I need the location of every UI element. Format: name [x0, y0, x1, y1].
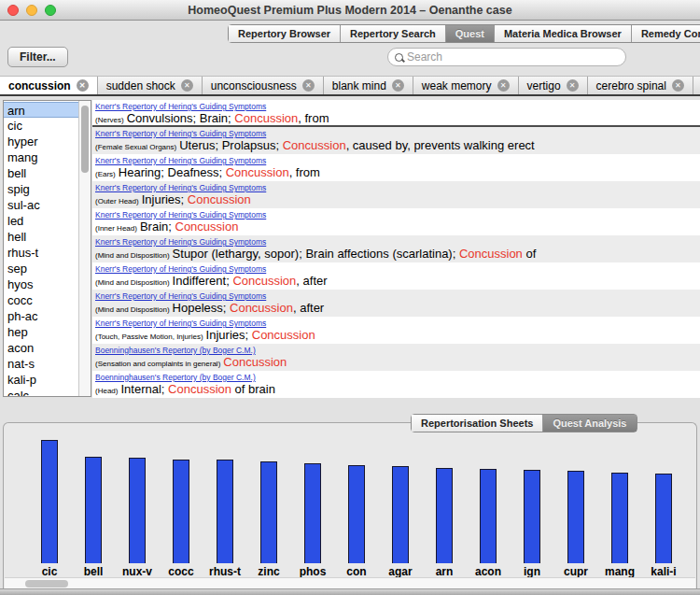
- source-link[interactable]: Knerr's Repertory of Hering's Guiding Sy…: [95, 102, 266, 111]
- symptom-category: (Mind and Disposition): [95, 278, 170, 287]
- bar-kali-i[interactable]: [655, 474, 672, 563]
- symptom-pre: Uterus; Prolapsus;: [179, 138, 283, 152]
- symptom-tab-cerebro-spinal[interactable]: cerebro spinal✕: [588, 77, 693, 94]
- close-window-button[interactable]: [7, 5, 19, 16]
- close-icon[interactable]: ✕: [181, 79, 193, 92]
- remedy-item-hep[interactable]: hep: [4, 324, 78, 340]
- symptom-tab-unconsciousness[interactable]: unconsciousness✕: [203, 77, 324, 94]
- remedy-item-hyos[interactable]: hyos: [4, 276, 78, 292]
- scrollbar-thumb[interactable]: [25, 580, 68, 588]
- search-field[interactable]: [387, 48, 626, 66]
- result-row[interactable]: Knerr's Repertory of Hering's Guiding Sy…: [92, 100, 700, 127]
- zoom-window-button[interactable]: [45, 5, 56, 16]
- remedy-list-scrollbar[interactable]: [78, 101, 91, 396]
- close-icon[interactable]: ✕: [497, 79, 510, 92]
- result-row[interactable]: Knerr's Repertory of Hering's Guiding Sy…: [92, 262, 700, 290]
- symptom-tab-sudden-shock[interactable]: sudden shock✕: [98, 77, 203, 94]
- result-row[interactable]: Boenninghausen's Repertory (by Boger C.M…: [92, 344, 700, 371]
- source-link[interactable]: Knerr's Repertory of Hering's Guiding Sy…: [95, 264, 266, 274]
- bar-label-cupr: cupr: [554, 565, 597, 578]
- source-link[interactable]: Boenninghausen's Repertory (by Boger C.M…: [95, 346, 256, 355]
- remedy-item-mang[interactable]: mang: [4, 149, 78, 165]
- bar-bell[interactable]: [85, 457, 102, 563]
- remedy-item-calc[interactable]: calc: [4, 388, 78, 396]
- result-row[interactable]: Knerr's Repertory of Hering's Guiding Sy…: [92, 154, 700, 181]
- remedy-item-hell[interactable]: hell: [4, 229, 78, 245]
- bar-cic[interactable]: [41, 440, 58, 563]
- search-input[interactable]: [407, 50, 625, 64]
- tab-repertory-browser[interactable]: Repertory Browser: [229, 25, 341, 42]
- close-icon[interactable]: ✕: [672, 79, 684, 92]
- bar-label-con: con: [335, 565, 378, 578]
- source-link[interactable]: Knerr's Repertory of Hering's Guiding Sy…: [95, 237, 266, 247]
- tab-quest-analysis[interactable]: Quest Analysis: [543, 415, 636, 432]
- symptom-highlight: Concussion: [252, 328, 315, 342]
- tab-materia-medica-browser[interactable]: Materia Medica Browser: [495, 25, 632, 42]
- bar-cupr[interactable]: [567, 471, 584, 563]
- source-link[interactable]: Knerr's Repertory of Hering's Guiding Sy…: [95, 319, 266, 328]
- result-row[interactable]: Knerr's Repertory of Hering's Guiding Sy…: [92, 317, 700, 344]
- result-row[interactable]: Knerr's Repertory of Hering's Guiding Sy…: [92, 127, 700, 154]
- remedy-item-rhus-t[interactable]: rhus-t: [4, 245, 78, 261]
- bar-nux-v[interactable]: [129, 458, 146, 563]
- remedy-item-hyper[interactable]: hyper: [4, 134, 78, 149]
- chart-horizontal-scrollbar[interactable]: [5, 577, 695, 588]
- remedy-item-ph-ac[interactable]: ph-ac: [4, 308, 78, 324]
- symptom-tab-concussion[interactable]: concussion✕: [0, 77, 98, 94]
- symptom-tab-weak-memory[interactable]: weak memory✕: [413, 77, 519, 94]
- result-row[interactable]: Boenninghausen's Repertory (by Boger C.M…: [92, 371, 700, 398]
- symptom-tab-vertigo[interactable]: vertigo✕: [519, 77, 588, 94]
- tab-remedy-com[interactable]: Remedy Com: [632, 25, 700, 42]
- remedy-item-nat-s[interactable]: nat-s: [4, 356, 78, 372]
- tab-repertory-search[interactable]: Repertory Search: [341, 25, 446, 42]
- close-icon[interactable]: ✕: [567, 79, 579, 92]
- remedy-item-kali-p[interactable]: kali-p: [4, 372, 78, 388]
- tab-repertorisation-sheets[interactable]: Repertorisation Sheets: [412, 415, 543, 432]
- source-link[interactable]: Knerr's Repertory of Hering's Guiding Sy…: [95, 291, 266, 301]
- result-row[interactable]: Knerr's Repertory of Hering's Guiding Sy…: [92, 290, 700, 317]
- bar-zinc[interactable]: [260, 461, 277, 563]
- remedy-item-acon[interactable]: acon: [4, 340, 78, 356]
- bar-arn[interactable]: [436, 468, 453, 563]
- bar-phos[interactable]: [304, 463, 321, 563]
- remedy-item-arn[interactable]: arn: [4, 102, 78, 118]
- source-link[interactable]: Knerr's Repertory of Hering's Guiding Sy…: [95, 210, 266, 220]
- bar-mang[interactable]: [611, 473, 628, 563]
- symptom-text: (Touch, Passive Motion, Injuries)Injurie…: [95, 328, 700, 345]
- symptom-text: (Mind and Disposition)Hopeless; Concussi…: [95, 301, 700, 318]
- source-link[interactable]: Knerr's Repertory of Hering's Guiding Sy…: [95, 183, 266, 192]
- remedy-item-led[interactable]: led: [4, 213, 78, 229]
- symptom-tab-label: cerebro spinal: [596, 79, 666, 92]
- remedy-item-sul-ac[interactable]: sul-ac: [4, 197, 78, 213]
- bottom-tab-bar: Repertorisation SheetsQuest Analysis: [411, 414, 637, 432]
- source-link[interactable]: Knerr's Repertory of Hering's Guiding Sy…: [95, 129, 266, 138]
- symptom-post: , after: [296, 274, 327, 288]
- symptom-category: (Female Sexual Organs): [95, 143, 176, 151]
- remedy-item-bell[interactable]: bell: [4, 165, 78, 181]
- close-icon[interactable]: ✕: [302, 79, 315, 92]
- result-row[interactable]: Knerr's Repertory of Hering's Guiding Sy…: [92, 181, 700, 208]
- bar-cocc[interactable]: [173, 460, 189, 563]
- tab-quest[interactable]: Quest: [446, 25, 495, 42]
- symptom-text: (Inner Head)Brain; Concussion: [95, 220, 700, 236]
- bar-acon[interactable]: [480, 469, 497, 563]
- bar-con[interactable]: [348, 465, 365, 563]
- symptom-tab-blank-mind[interactable]: blank mind✕: [324, 77, 413, 94]
- source-link[interactable]: Boenninghausen's Repertory (by Boger C.M…: [95, 373, 256, 382]
- bar-rhus-t[interactable]: [217, 460, 233, 563]
- remedy-item-cic[interactable]: cic: [4, 118, 78, 134]
- filter-button[interactable]: Filter...: [7, 47, 68, 67]
- bar-ign[interactable]: [524, 470, 540, 563]
- remedy-item-cocc[interactable]: cocc: [4, 292, 78, 308]
- remedy-item-sep[interactable]: sep: [4, 261, 78, 276]
- bar-agar[interactable]: [392, 466, 409, 563]
- result-row[interactable]: Knerr's Repertory of Hering's Guiding Sy…: [92, 208, 700, 235]
- remedy-item-spig[interactable]: spig: [4, 181, 78, 197]
- minimize-window-button[interactable]: [26, 5, 37, 16]
- close-icon[interactable]: ✕: [392, 79, 404, 92]
- result-row[interactable]: Knerr's Repertory of Hering's Guiding Sy…: [92, 235, 700, 262]
- scrollbar-thumb[interactable]: [81, 106, 89, 173]
- source-link[interactable]: Knerr's Repertory of Hering's Guiding Sy…: [95, 156, 266, 165]
- close-icon[interactable]: ✕: [77, 79, 89, 92]
- symptom-highlight: Concussion: [283, 138, 346, 152]
